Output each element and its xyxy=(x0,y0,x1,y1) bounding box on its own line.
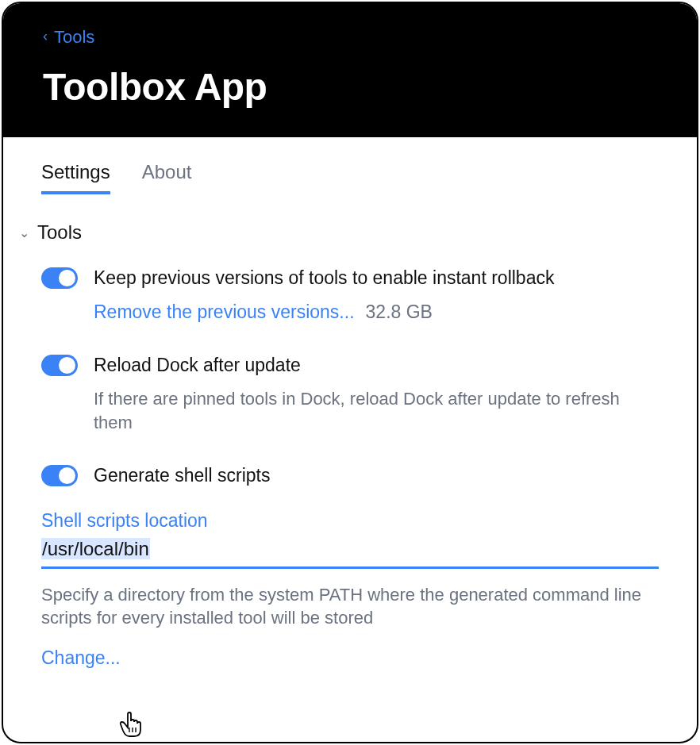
previous-versions-size: 32.8 GB xyxy=(366,300,433,324)
shell-scripts-location-value: /usr/local/bin xyxy=(41,538,150,559)
toolbox-settings-window: › Tools Toolbox App Settings About ⌄ Too… xyxy=(2,2,698,743)
chevron-left-icon: › xyxy=(43,29,48,46)
section-header[interactable]: ⌄ Tools xyxy=(19,221,659,244)
label-keep-versions: Keep previous versions of tools to enabl… xyxy=(94,266,659,290)
tab-about[interactable]: About xyxy=(142,161,192,194)
toggle-keep-versions[interactable] xyxy=(41,267,78,289)
shell-scripts-location-help: Specify a directory from the system PATH… xyxy=(41,583,659,630)
label-shell-scripts: Generate shell scripts xyxy=(94,463,659,488)
chevron-down-icon: ⌄ xyxy=(19,225,29,240)
row-reload-dock: Reload Dock after update If there are pi… xyxy=(41,353,659,434)
label-reload-dock: Reload Dock after update xyxy=(94,353,659,378)
body: Settings About ⌄ Tools Keep previous ver… xyxy=(3,137,697,669)
tab-settings[interactable]: Settings xyxy=(41,161,110,194)
shell-scripts-location-label: Shell scripts location xyxy=(41,510,659,532)
row-shell-scripts: Generate shell scripts xyxy=(41,463,659,488)
help-reload-dock: If there are pinned tools in Dock, reloa… xyxy=(94,387,659,434)
remove-previous-versions-link[interactable]: Remove the previous versions... xyxy=(94,300,355,324)
shell-scripts-location-block: Shell scripts location /usr/local/bin Sp… xyxy=(41,510,659,669)
back-label: Tools xyxy=(54,27,94,48)
back-to-tools-link[interactable]: › Tools xyxy=(43,27,657,48)
section-title: Tools xyxy=(37,221,82,244)
tabs: Settings About xyxy=(41,161,659,194)
shell-scripts-location-input[interactable]: /usr/local/bin xyxy=(41,536,659,569)
cursor-hand-icon xyxy=(119,712,143,743)
section-tools: ⌄ Tools Keep previous versions of tools … xyxy=(41,221,659,669)
row-keep-versions: Keep previous versions of tools to enabl… xyxy=(41,266,659,324)
toggle-shell-scripts[interactable] xyxy=(41,465,78,486)
page-title: Toolbox App xyxy=(43,65,657,109)
change-location-link[interactable]: Change... xyxy=(41,647,121,669)
toggle-reload-dock[interactable] xyxy=(41,355,78,376)
header: › Tools Toolbox App xyxy=(3,3,697,137)
